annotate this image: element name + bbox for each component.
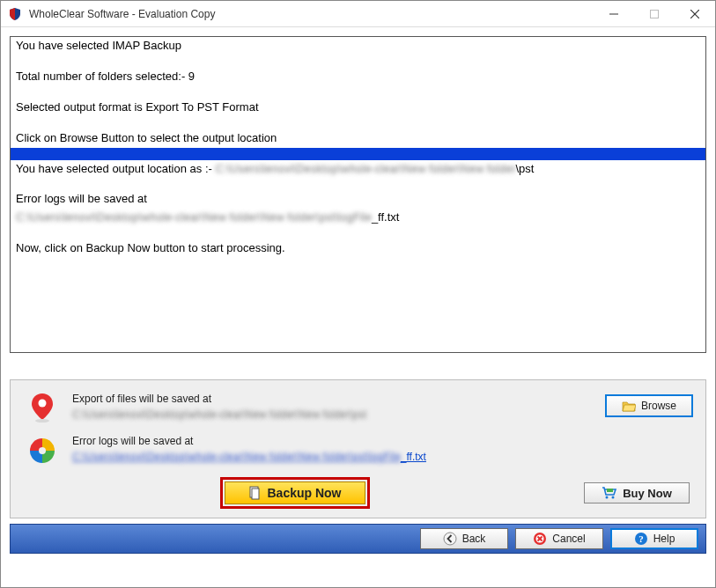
help-label: Help [653, 533, 675, 545]
log-spacer [11, 227, 705, 239]
log-line: Error logs will be saved at [11, 190, 705, 209]
buy-label: Buy Now [623, 487, 672, 500]
log-spacer [11, 55, 705, 68]
svg-text:?: ? [638, 533, 644, 544]
pie-chart-icon [26, 435, 58, 467]
svg-rect-8 [252, 489, 259, 499]
export-text: Export of files will be saved at C:\User… [72, 393, 605, 421]
footer-bar: Back Cancel ? [10, 524, 706, 554]
lower-panel: Export of files will be saved at C:\User… [10, 379, 706, 518]
buy-now-button[interactable]: Buy Now [584, 482, 690, 503]
errorlog-text: Error logs will be saved at C:\Users\len… [72, 435, 693, 463]
log-spacer [11, 178, 705, 190]
cart-icon [602, 486, 617, 500]
svg-point-4 [39, 400, 47, 408]
log-line-selected[interactable] [11, 148, 705, 160]
cancel-label: Cancel [552, 533, 585, 545]
window-controls [594, 1, 715, 26]
svg-point-9 [606, 496, 609, 499]
cancel-button[interactable]: Cancel [515, 528, 603, 549]
svg-point-5 [35, 419, 49, 423]
back-label: Back [462, 533, 486, 545]
browse-label: Browse [641, 400, 676, 412]
log-line: Selected output format is Export To PST … [11, 99, 705, 117]
errorlog-row: Error logs will be saved at C:\Users\len… [19, 430, 697, 472]
export-path: C:\Users\lenovi\Desktop\whole-clear\New … [72, 408, 605, 421]
app-icon [8, 7, 22, 21]
log-line: Total number of folders selected:- 9 [11, 68, 705, 86]
log-line: Now, click on Backup Now button to start… [11, 239, 705, 258]
backup-highlight: Backup Now [220, 477, 370, 509]
app-window: WholeClear Software - Evaluation Copy Yo… [0, 0, 716, 588]
close-button[interactable] [675, 1, 715, 26]
window-title: WholeClear Software - Evaluation Copy [29, 8, 594, 20]
log-line: You have selected IMAP Backup [11, 37, 705, 55]
log-box[interactable]: You have selected IMAP Backup Total numb… [10, 36, 706, 353]
export-label: Export of files will be saved at [72, 393, 605, 405]
backup-now-button[interactable]: Backup Now [225, 481, 365, 504]
titlebar: WholeClear Software - Evaluation Copy [1, 1, 715, 27]
svg-point-12 [444, 533, 456, 545]
minimize-button[interactable] [594, 1, 634, 26]
log-line: Click on Browse Button to select the out… [11, 129, 705, 148]
errorlog-label: Error logs will be saved at [72, 435, 693, 447]
svg-point-10 [612, 496, 615, 499]
maximize-button[interactable] [634, 1, 675, 26]
svg-rect-11 [607, 489, 613, 492]
log-line: You have selected output location as :- … [11, 160, 705, 179]
svg-point-6 [39, 447, 46, 454]
svg-rect-1 [651, 10, 659, 18]
content-area: You have selected IMAP Backup Total numb… [1, 27, 715, 587]
backup-label: Backup Now [267, 486, 341, 500]
help-button[interactable]: ? Help [610, 528, 698, 549]
folder-icon [622, 400, 636, 412]
back-arrow-icon [443, 532, 457, 546]
location-pin-icon [26, 393, 58, 424]
log-spacer [11, 86, 705, 99]
browse-button[interactable]: Browse [605, 394, 693, 417]
back-button[interactable]: Back [420, 528, 508, 549]
backup-icon [247, 486, 262, 500]
help-icon: ? [634, 532, 648, 546]
export-row: Export of files will be saved at C:\User… [19, 387, 697, 430]
action-row: Backup Now Buy Now [19, 472, 697, 512]
cancel-icon [533, 532, 547, 546]
log-spacer [11, 117, 705, 129]
errorlog-path[interactable]: C:\Users\lenovi\Desktop\whole-clear\New … [72, 451, 693, 463]
log-line: C:\Users\lenovi\Desktop\whole-clear\New … [11, 209, 705, 227]
